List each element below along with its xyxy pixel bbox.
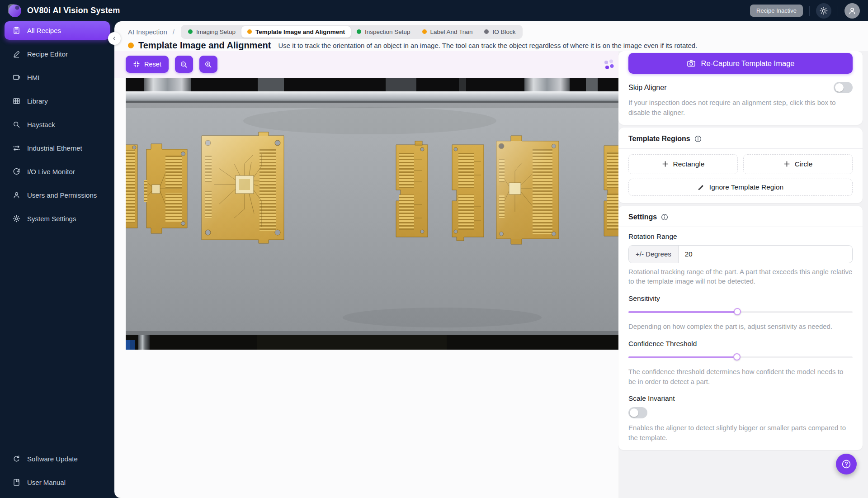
zoom-out-icon xyxy=(180,61,188,68)
cycle-icon xyxy=(13,168,20,175)
sidebar-item-label: Users and Permissions xyxy=(27,191,97,199)
drag-dots-icon[interactable] xyxy=(603,59,614,71)
recapture-card: Re-Capture Template Image Skip Aligner I… xyxy=(618,51,863,125)
sidebar-item-label: HMI xyxy=(27,74,40,81)
toggle-knob xyxy=(630,408,638,417)
scale-invariant-label: Scale Invariant xyxy=(628,394,853,403)
add-circle-region-button[interactable]: Circle xyxy=(743,154,853,174)
page-title-dot xyxy=(128,43,134,48)
recapture-template-image-button[interactable]: Re-Capture Template Image xyxy=(628,53,853,74)
tab-inspection-setup[interactable]: Inspection Setup xyxy=(351,26,416,38)
zoom-out-button[interactable] xyxy=(175,56,193,73)
skip-aligner-toggle[interactable] xyxy=(834,82,853,93)
page-description: Use it to track the orientation of an ob… xyxy=(278,42,697,49)
camera-icon xyxy=(687,59,696,68)
theme-toggle-button[interactable] xyxy=(816,3,831,19)
status-dot xyxy=(188,29,193,34)
divider xyxy=(618,148,863,149)
rotation-range-input-group: +/- Degrees 20 xyxy=(628,245,853,263)
monitor-icon xyxy=(13,74,20,81)
skip-aligner-label: Skip Aligner xyxy=(628,84,667,92)
sidebar-item-label: All Recipes xyxy=(27,27,61,34)
confidence-threshold-slider[interactable] xyxy=(628,353,853,360)
network-arrows-icon xyxy=(13,144,20,152)
sensitivity-label: Sensitivity xyxy=(628,294,853,303)
info-icon[interactable] xyxy=(694,135,702,142)
sidebar-item-hmi[interactable]: HMI xyxy=(5,68,110,87)
scale-invariant-toggle[interactable] xyxy=(628,407,647,418)
status-dot xyxy=(422,29,427,34)
sidebar-item-haystack[interactable]: Haystack xyxy=(5,115,110,134)
settings-card: Settings Rotation Range +/- Degrees 20 R… xyxy=(618,206,863,450)
sidebar-item-user-manual[interactable]: User Manual xyxy=(5,473,110,492)
rectangle-label: Rectangle xyxy=(673,160,705,168)
sidebar-item-library[interactable]: Library xyxy=(5,92,110,110)
help-button[interactable] xyxy=(836,454,857,474)
info-icon[interactable] xyxy=(661,213,668,221)
tab-io-block[interactable]: IO Block xyxy=(478,26,521,38)
status-dot xyxy=(247,29,252,34)
tab-label: Label And Train xyxy=(430,28,473,35)
content-area: AI Inspection / Imaging Setup Template I… xyxy=(114,21,868,498)
sensitivity-slider[interactable] xyxy=(628,308,853,315)
breadcrumb: AI Inspection / Imaging Setup Template I… xyxy=(128,25,523,38)
rotation-range-label: Rotation Range xyxy=(628,232,853,241)
pcb-part-1 xyxy=(126,145,137,228)
sidebar-item-io-live-monitor[interactable]: I/O Live Monitor xyxy=(5,162,110,181)
tab-label: Imaging Setup xyxy=(196,28,236,35)
refresh-icon xyxy=(13,455,20,463)
tab-template-image-and-alignment[interactable]: Template Image and Alignment xyxy=(241,26,351,38)
settings-title: Settings xyxy=(628,213,657,221)
toggle-knob xyxy=(835,83,844,92)
app-title: OV80i AI Vision System xyxy=(27,6,120,15)
sidebar-item-label: Software Update xyxy=(27,455,78,463)
sidebar-item-users-and-permissions[interactable]: Users and Permissions xyxy=(5,186,110,204)
app-logo-icon xyxy=(8,4,22,18)
sidebar-item-label: Recipe Editor xyxy=(27,50,68,58)
sidebar-collapse-button[interactable] xyxy=(108,32,121,45)
template-image-viewport[interactable] xyxy=(126,78,621,350)
chevron-left-icon xyxy=(112,36,117,41)
top-bar: OV80i AI Vision System Recipe Inactive xyxy=(0,0,868,21)
pcb-part-2 xyxy=(144,144,187,233)
zoom-in-icon xyxy=(204,61,212,68)
status-dot xyxy=(357,29,361,34)
user-icon xyxy=(13,191,20,199)
template-photo xyxy=(126,78,621,350)
sidebar-item-all-recipes[interactable]: All Recipes xyxy=(5,21,110,40)
page-title: Template Image and Alignment xyxy=(138,40,271,51)
slider-thumb[interactable] xyxy=(733,353,741,360)
tab-imaging-setup[interactable]: Imaging Setup xyxy=(182,26,241,38)
settings-panel: Re-Capture Template Image Skip Aligner I… xyxy=(618,51,868,498)
user-avatar[interactable] xyxy=(844,3,860,19)
grid-icon xyxy=(13,97,20,105)
slider-thumb[interactable] xyxy=(734,308,741,315)
tab-label-and-train[interactable]: Label And Train xyxy=(416,26,479,38)
template-regions-card: Template Regions Rectangle Circle xyxy=(618,128,863,203)
breadcrumb-root[interactable]: AI Inspection xyxy=(128,28,167,36)
sidebar-item-recipe-editor[interactable]: Recipe Editor xyxy=(5,45,110,63)
sidebar-item-label: I/O Live Monitor xyxy=(27,168,75,175)
zoom-in-button[interactable] xyxy=(199,56,217,73)
sidebar-item-industrial-ethernet[interactable]: Industrial Ethernet xyxy=(5,139,110,157)
template-regions-title: Template Regions xyxy=(628,135,690,143)
sidebar-item-software-update[interactable]: Software Update xyxy=(5,450,110,468)
add-rectangle-region-button[interactable]: Rectangle xyxy=(628,154,738,174)
reset-view-button[interactable]: Reset xyxy=(126,56,169,73)
rotation-range-value[interactable]: 20 xyxy=(679,246,852,263)
divider xyxy=(618,227,863,227)
sidebar-item-system-settings[interactable]: System Settings xyxy=(5,209,110,228)
confidence-threshold-description: The confidence threshold determines how … xyxy=(628,367,853,387)
canvas-toolbar: Reset xyxy=(114,51,618,78)
collapse-icon xyxy=(133,61,140,68)
user-avatar-icon xyxy=(848,7,856,15)
sidebar-item-label: User Manual xyxy=(27,479,66,486)
tab-label: IO Block xyxy=(492,28,515,35)
step-tabs: Imaging Setup Template Image and Alignme… xyxy=(181,25,523,39)
slider-fill xyxy=(628,356,737,358)
pcb-part-4 xyxy=(396,141,428,237)
ignore-template-region-button[interactable]: Ignore Template Region xyxy=(628,179,853,196)
sidebar: All Recipes Recipe Editor HMI Library Ha… xyxy=(0,21,114,498)
search-icon xyxy=(13,121,20,128)
sidebar-item-label: System Settings xyxy=(27,215,76,223)
